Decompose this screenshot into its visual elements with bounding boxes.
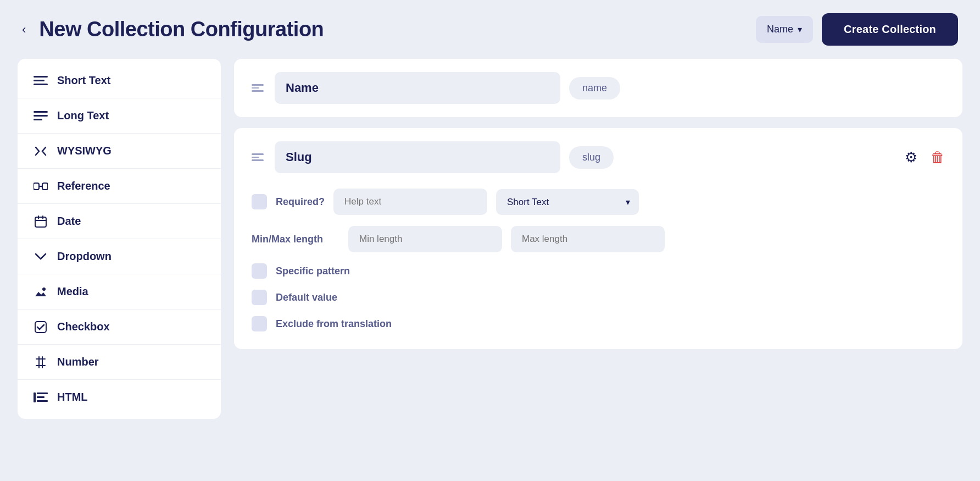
sidebar-item-label: Date <box>57 215 81 228</box>
sidebar-item-label: Media <box>57 285 88 298</box>
exclude-translation-row: Exclude from translation <box>252 316 947 331</box>
slug-field-input[interactable] <box>275 141 560 173</box>
exclude-translation-checkbox[interactable] <box>252 316 267 331</box>
required-option-row: Required? Short Text Long Text WYSIWYG R… <box>252 189 947 215</box>
slug-field-card: slug ⚙ 🗑 Required? Short Text Long T <box>234 128 962 349</box>
header-left: ‹ New Collection Configuration <box>18 18 324 41</box>
page-title: New Collection Configuration <box>39 18 324 41</box>
svg-rect-6 <box>34 183 39 190</box>
svg-rect-21 <box>37 396 44 398</box>
content-area: name slug ⚙ 🗑 <box>234 59 962 419</box>
checkbox-icon <box>33 321 48 333</box>
help-text-input[interactable] <box>333 189 487 215</box>
default-value-label: Default value <box>276 292 337 303</box>
specific-pattern-row: Specific pattern <box>252 263 947 279</box>
sidebar-item-short-text[interactable]: Short Text <box>18 63 221 98</box>
sidebar-item-label: Reference <box>57 180 110 192</box>
default-value-row: Default value <box>252 290 947 305</box>
min-max-inputs <box>348 226 665 252</box>
svg-rect-0 <box>34 76 48 78</box>
slug-settings-button[interactable]: ⚙ <box>903 147 920 168</box>
sidebar-item-label: HTML <box>57 391 88 403</box>
slug-top-row: slug ⚙ 🗑 <box>249 141 947 173</box>
required-label: Required? <box>276 196 325 208</box>
max-length-input[interactable] <box>511 226 665 252</box>
slug-actions: ⚙ 🗑 <box>903 147 947 168</box>
long-text-icon <box>33 111 48 121</box>
name-field-row: name <box>249 72 947 104</box>
type-select[interactable]: Short Text Long Text WYSIWYG Reference <box>496 189 639 215</box>
number-icon <box>33 356 48 368</box>
slug-field-slug: slug <box>569 146 614 169</box>
dropdown-icon <box>33 253 48 261</box>
name-field-card: name <box>234 59 962 117</box>
back-button[interactable]: ‹ <box>18 20 30 39</box>
svg-rect-4 <box>34 115 48 117</box>
sidebar-item-reference[interactable]: Reference <box>18 169 221 204</box>
header: ‹ New Collection Configuration Name ▾ Cr… <box>0 0 980 59</box>
sidebar-item-label: Long Text <box>57 109 109 122</box>
min-max-label: Min/Max length <box>252 234 339 245</box>
sidebar-item-date[interactable]: Date <box>18 204 221 239</box>
html-icon <box>33 392 48 402</box>
type-select-wrapper: Short Text Long Text WYSIWYG Reference ▾ <box>496 189 639 215</box>
specific-pattern-label: Specific pattern <box>276 266 350 277</box>
svg-rect-2 <box>34 84 48 85</box>
name-dropdown-label: Name <box>767 24 793 35</box>
wysiwyg-icon <box>33 145 48 157</box>
sidebar-item-label: Dropdown <box>57 250 112 263</box>
min-length-input[interactable] <box>348 226 502 252</box>
svg-rect-1 <box>34 80 44 81</box>
sidebar-item-dropdown[interactable]: Dropdown <box>18 239 221 274</box>
sidebar-item-wysiwyg[interactable]: WYSIWYG <box>18 134 221 169</box>
name-field-input[interactable] <box>275 72 560 104</box>
sidebar-item-label: Short Text <box>57 74 110 87</box>
svg-rect-9 <box>35 217 46 227</box>
media-icon <box>33 286 48 297</box>
sidebar-item-html[interactable]: HTML <box>18 380 221 414</box>
date-icon <box>33 215 48 228</box>
slug-delete-button[interactable]: 🗑 <box>928 147 947 168</box>
min-max-row: Min/Max length <box>252 226 947 252</box>
sidebar-item-number[interactable]: Number <box>18 345 221 380</box>
name-drag-handle[interactable] <box>249 82 266 94</box>
chevron-down-icon: ▾ <box>798 24 802 35</box>
default-value-checkbox[interactable] <box>252 290 267 305</box>
exclude-translation-label: Exclude from translation <box>276 318 392 330</box>
slug-drag-handle[interactable] <box>249 151 266 163</box>
sidebar-item-label: Number <box>57 356 99 368</box>
svg-rect-19 <box>34 392 36 402</box>
field-type-sidebar: Short Text Long Text WYSIWYG <box>18 59 221 419</box>
sidebar-item-long-text[interactable]: Long Text <box>18 98 221 134</box>
create-collection-button[interactable]: Create Collection <box>822 13 958 46</box>
sidebar-item-media[interactable]: Media <box>18 274 221 309</box>
required-checkbox[interactable] <box>252 194 267 209</box>
svg-rect-3 <box>34 111 48 113</box>
reference-icon <box>33 181 48 191</box>
short-text-icon <box>33 76 48 86</box>
svg-rect-22 <box>37 400 48 402</box>
svg-rect-20 <box>37 392 48 394</box>
svg-rect-5 <box>34 119 42 120</box>
svg-rect-7 <box>42 183 48 190</box>
header-right: Name ▾ Create Collection <box>756 13 958 46</box>
slug-options-area: Required? Short Text Long Text WYSIWYG R… <box>249 189 947 331</box>
main-content: Short Text Long Text WYSIWYG <box>0 59 980 436</box>
name-dropdown-button[interactable]: Name ▾ <box>756 16 813 43</box>
sidebar-item-label: Checkbox <box>57 320 110 333</box>
svg-point-13 <box>42 288 46 291</box>
specific-pattern-checkbox[interactable] <box>252 263 267 279</box>
name-field-slug: name <box>569 77 620 99</box>
sidebar-item-label: WYSIWYG <box>57 145 112 157</box>
sidebar-item-checkbox[interactable]: Checkbox <box>18 309 221 345</box>
